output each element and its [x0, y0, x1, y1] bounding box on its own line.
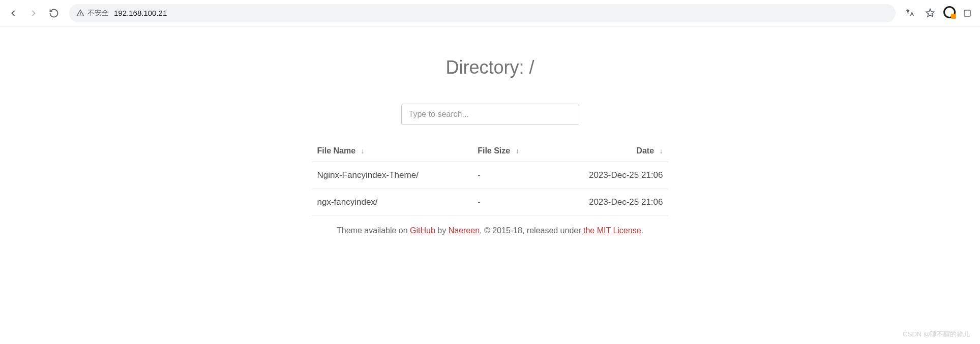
back-button[interactable] — [4, 4, 22, 22]
search-input[interactable] — [401, 104, 579, 125]
file-name-link[interactable]: Nginx-Fancyindex-Theme/ — [317, 170, 419, 180]
svg-rect-2 — [964, 10, 970, 16]
svg-point-1 — [80, 15, 81, 15]
toolbar-right: 1 — [902, 5, 976, 21]
puzzle-icon[interactable] — [963, 5, 972, 21]
watermark: CSDN @睡不醒的猪儿 — [903, 330, 970, 339]
author-link[interactable]: Naereen — [449, 226, 480, 235]
license-link[interactable]: the MIT License — [583, 226, 641, 235]
column-header-size[interactable]: File Size ↓ — [472, 140, 547, 162]
table-row: ngx-fancyindex/-2023-Dec-25 21:06 — [312, 189, 668, 216]
reload-button[interactable] — [45, 4, 63, 22]
address-bar[interactable]: 不安全 192.168.100.21 — [69, 4, 896, 22]
page-content: Directory: / File Name ↓ File Size ↓ Dat… — [0, 26, 980, 235]
url-text: 192.168.100.21 — [114, 9, 167, 17]
table-header-row: File Name ↓ File Size ↓ Date ↓ — [312, 140, 668, 162]
file-date-cell: 2023-Dec-25 21:06 — [547, 162, 668, 189]
file-size-cell: - — [472, 162, 547, 189]
file-date-cell: 2023-Dec-25 21:06 — [547, 189, 668, 216]
column-header-date[interactable]: Date ↓ — [547, 140, 668, 162]
security-label: 不安全 — [87, 9, 109, 18]
forward-button[interactable] — [24, 4, 43, 22]
sort-arrow-icon: ↓ — [516, 147, 519, 155]
page-title: Directory: / — [446, 57, 534, 78]
sort-arrow-icon: ↓ — [361, 147, 365, 155]
warning-icon — [76, 9, 84, 17]
file-name-cell: Nginx-Fancyindex-Theme/ — [312, 162, 473, 189]
file-name-link[interactable]: ngx-fancyindex/ — [317, 197, 378, 207]
table-row: Nginx-Fancyindex-Theme/-2023-Dec-25 21:0… — [312, 162, 668, 189]
extension-icon[interactable]: 1 — [942, 5, 959, 21]
column-header-name[interactable]: File Name ↓ — [312, 140, 473, 162]
translate-icon[interactable] — [902, 5, 918, 21]
file-size-cell: - — [472, 189, 547, 216]
file-listing-table: File Name ↓ File Size ↓ Date ↓ Nginx-Fan… — [312, 140, 668, 216]
sort-arrow-icon: ↓ — [660, 147, 663, 155]
file-name-cell: ngx-fancyindex/ — [312, 189, 473, 216]
browser-toolbar: 不安全 192.168.100.21 1 — [0, 0, 980, 26]
footer: Theme available on GitHub by Naereen, © … — [337, 226, 643, 235]
bookmark-star-icon[interactable] — [922, 5, 938, 21]
github-link[interactable]: GitHub — [410, 226, 435, 235]
security-indicator[interactable]: 不安全 — [76, 9, 109, 18]
